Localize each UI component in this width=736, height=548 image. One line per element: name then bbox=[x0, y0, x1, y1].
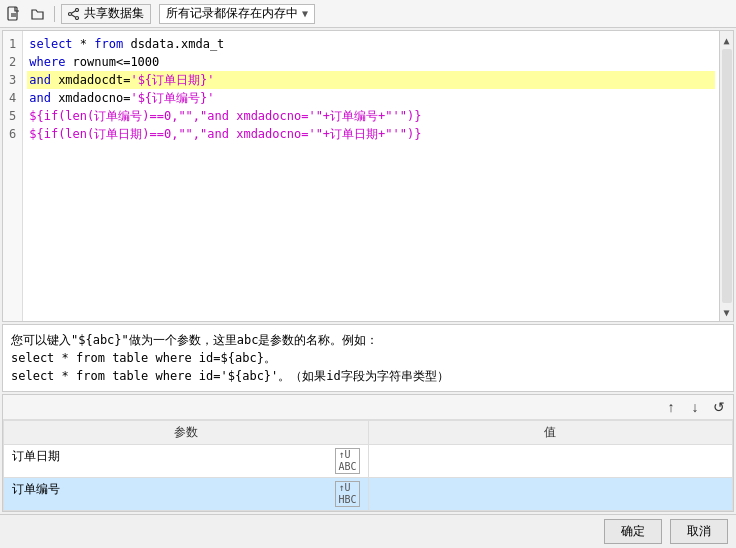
refresh-btn[interactable]: ↺ bbox=[709, 397, 729, 417]
help-line-1: 您可以键入"${abc}"做为一个参数，这里abc是参数的名称。例如： bbox=[11, 331, 725, 349]
open-file-btn[interactable] bbox=[28, 4, 48, 24]
main-content: 1 2 3 4 5 6 select * from dsdata.xmda_t … bbox=[0, 28, 736, 514]
help-line-3: select * from table where id='${abc}'。（如… bbox=[11, 367, 725, 385]
toolbar-separator bbox=[54, 6, 55, 22]
svg-point-3 bbox=[76, 8, 79, 11]
status-indicator[interactable]: 所有记录都保存在内存中 ▼ bbox=[159, 4, 315, 24]
param-type-icon-2: ↑UHBC bbox=[335, 481, 359, 507]
sql-editor: 1 2 3 4 5 6 select * from dsdata.xmda_t … bbox=[2, 30, 734, 322]
new-file-btn[interactable] bbox=[4, 4, 24, 24]
bottom-bar: 确定 取消 bbox=[0, 514, 736, 548]
status-arrow: ▼ bbox=[302, 8, 308, 19]
kw-and-2: and bbox=[29, 91, 51, 105]
move-up-btn[interactable]: ↑ bbox=[661, 397, 681, 417]
help-code-1: select * from table where id=${abc}。 bbox=[11, 351, 276, 365]
scroll-down-arrow[interactable]: ▼ bbox=[723, 305, 729, 319]
cancel-btn[interactable]: 取消 bbox=[670, 519, 728, 544]
params-section: ↑ ↓ ↺ 参数 值 订单日期 ↑UABC bbox=[2, 394, 734, 512]
param-name-1: 订单日期 ↑UABC bbox=[4, 445, 369, 478]
line-num-2: 2 bbox=[5, 53, 20, 71]
table-row[interactable]: 订单日期 ↑UABC bbox=[4, 445, 733, 478]
code-line-1: select * from dsdata.xmda_t bbox=[27, 35, 715, 53]
param-value-1[interactable] bbox=[368, 445, 733, 478]
status-text: 所有记录都保存在内存中 bbox=[166, 5, 298, 22]
param-name-text-1: 订单日期 bbox=[12, 449, 60, 463]
help-code-2: select * from table where id='${abc}'。（如… bbox=[11, 369, 449, 383]
code-line-3: and xmdadocdt='${订单日期}' bbox=[27, 71, 715, 89]
params-toolbar: ↑ ↓ ↺ bbox=[3, 395, 733, 420]
code-line-2: where rownum<=1000 bbox=[27, 53, 715, 71]
param-name-2: 订单编号 ↑UHBC bbox=[4, 478, 369, 511]
col-header-param: 参数 bbox=[4, 421, 369, 445]
table-row[interactable]: 订单编号 ↑UHBC bbox=[4, 478, 733, 511]
share-label: 共享数据集 bbox=[84, 5, 144, 22]
param-no: '${订单编号}' bbox=[130, 91, 214, 105]
param-if-2: ${if(len(订单日期)==0,"","and xmdadocno='"+订… bbox=[29, 127, 421, 141]
help-line-2: select * from table where id=${abc}。 bbox=[11, 349, 725, 367]
code-line-4: and xmdadocno='${订单编号}' bbox=[27, 89, 715, 107]
param-name-text-2: 订单编号 bbox=[12, 482, 60, 496]
svg-line-7 bbox=[72, 14, 76, 16]
code-line-5: ${if(len(订单编号)==0,"","and xmdadocno='"+订… bbox=[27, 107, 715, 125]
param-if-1: ${if(len(订单编号)==0,"","and xmdadocno='"+订… bbox=[29, 109, 421, 123]
code-line-6: ${if(len(订单日期)==0,"","and xmdadocno='"+订… bbox=[27, 125, 715, 143]
svg-point-5 bbox=[69, 12, 72, 15]
kw-from: from bbox=[94, 37, 123, 51]
col-header-value: 值 bbox=[368, 421, 733, 445]
svg-point-4 bbox=[76, 16, 79, 19]
code-area[interactable]: select * from dsdata.xmda_t where rownum… bbox=[23, 31, 719, 321]
help-section: 您可以键入"${abc}"做为一个参数，这里abc是参数的名称。例如： sele… bbox=[2, 324, 734, 392]
line-num-3: 3 bbox=[5, 71, 20, 89]
params-table: 参数 值 订单日期 ↑UABC 订单编号 ↑UHBC bbox=[3, 420, 733, 511]
svg-line-6 bbox=[72, 10, 76, 12]
kw-where: where bbox=[29, 55, 65, 69]
line-num-4: 4 bbox=[5, 89, 20, 107]
line-num-5: 5 bbox=[5, 107, 20, 125]
line-num-6: 6 bbox=[5, 125, 20, 143]
param-value-2[interactable] bbox=[368, 478, 733, 511]
vertical-scrollbar[interactable]: ▲ ▼ bbox=[719, 31, 733, 321]
kw-and-1: and bbox=[29, 73, 51, 87]
share-dataset-btn[interactable]: 共享数据集 bbox=[61, 4, 151, 24]
param-type-icon-1: ↑UABC bbox=[335, 448, 359, 474]
toolbar: 共享数据集 所有记录都保存在内存中 ▼ bbox=[0, 0, 736, 28]
kw-select: select bbox=[29, 37, 72, 51]
line-numbers: 1 2 3 4 5 6 bbox=[3, 31, 23, 321]
confirm-btn[interactable]: 确定 bbox=[604, 519, 662, 544]
move-down-btn[interactable]: ↓ bbox=[685, 397, 705, 417]
scroll-up-arrow[interactable]: ▲ bbox=[723, 33, 729, 47]
scroll-track[interactable] bbox=[722, 49, 732, 303]
line-num-1: 1 bbox=[5, 35, 20, 53]
param-date: '${订单日期}' bbox=[130, 73, 214, 87]
